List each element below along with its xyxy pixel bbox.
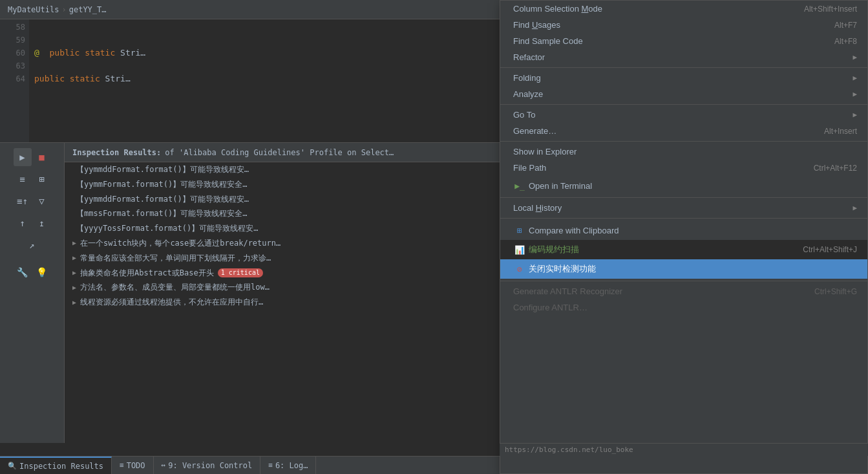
menu-separator-2: [500, 104, 867, 105]
menu-item-generate-antlr[interactable]: Generate ANTLR Recognizer Ctrl+Shift+G: [500, 283, 867, 299]
code-line-64: public static Stri…: [34, 72, 509, 85]
item-arrow: ▶: [72, 239, 76, 248]
menu-item-file-path[interactable]: File Path Ctrl+Alt+F12: [500, 160, 867, 176]
log-icon: ≡: [268, 461, 273, 469]
submenu-arrow-icon: ▶: [852, 111, 857, 119]
scan-icon: 📊: [513, 243, 526, 256]
inspection-item-5[interactable]: 【yyyyTossFormat.format()】可能导致线程安…: [65, 221, 514, 236]
menu-label: Analyze: [513, 89, 543, 99]
inspection-item-9[interactable]: ▶ 方法名、参数名、成员变量、局部变量都统一使用low…: [65, 280, 514, 295]
menu-shortcut: Ctrl+Alt+F12: [814, 164, 857, 173]
submenu-arrow-icon: ▶: [852, 53, 857, 61]
menu-label: Column Selection Mode: [513, 4, 602, 14]
inspection-header: Inspection Results: of 'Alibaba Coding G…: [65, 143, 514, 162]
item-text: 抽象类命名使用Abstract或Base开头: [80, 268, 214, 279]
code-lines[interactable]: @ public static Stri… public static Stri…: [29, 19, 514, 142]
inspection-item-10[interactable]: ▶ 线程资源必须通过线程池提供，不允许在应用中自行…: [65, 295, 514, 310]
menu-label: Find Sample Code: [513, 36, 583, 46]
tab-label: 9: Version Control: [168, 461, 252, 470]
menu-separator-4: [500, 197, 867, 198]
menu-shortcut: Alt+F8: [834, 37, 857, 46]
code-breadcrumb: MyDateUtils › getYY_T…: [0, 0, 514, 19]
line-numbers: 58 59 60 63 64: [0, 19, 29, 142]
submenu-arrow-icon: ▶: [852, 74, 857, 82]
collapse-all-button[interactable]: ≡: [14, 170, 32, 188]
inspection-item-2[interactable]: 【yymmFormat.format()】可能导致线程安全…: [65, 177, 514, 192]
menu-item-open-terminal[interactable]: ▶_ Open in Terminal: [500, 176, 867, 195]
item-arrow: ▶: [72, 253, 76, 263]
menu-shortcut: Alt+Shift+Insert: [804, 5, 857, 14]
menu-item-compare-clipboard[interactable]: ⊞ Compare with Clipboard: [500, 221, 867, 240]
inspection-item-8[interactable]: ▶ 抽象类命名使用Abstract或Base开头 1 critical: [65, 266, 514, 281]
inspection-item-1[interactable]: 【yymmddFormat.format()】可能导致线程安…: [65, 162, 514, 177]
url-bar: https://blog.csdn.net/luo_boke: [500, 443, 868, 456]
submenu-arrow-icon: ▶: [852, 90, 857, 98]
tab-label: 6: Log…: [275, 461, 308, 470]
menu-item-configure-antlr[interactable]: Configure ANTLR…: [500, 299, 867, 316]
code-line-59: [34, 34, 509, 47]
expand-button[interactable]: ⊞: [33, 170, 51, 188]
up-button[interactable]: ↑: [14, 214, 32, 232]
toolbar-row-6: 🔧 💡: [0, 263, 64, 281]
menu-item-find-sample[interactable]: Find Sample Code Alt+F8: [500, 33, 867, 49]
menu-item-local-history[interactable]: Local History ▶: [500, 200, 867, 216]
menu-item-show-explorer[interactable]: Show in Explorer: [500, 144, 867, 160]
item-text: 在一个switch块内，每个case要么通过break/return…: [80, 238, 281, 249]
menu-label: Compare with Clipboard: [529, 226, 619, 235]
menu-item-find-usages[interactable]: Find Usages Alt+F7: [500, 17, 867, 33]
compare-icon: ⊞: [513, 224, 526, 237]
prev-button[interactable]: ≡↑: [14, 192, 32, 210]
expand2-button[interactable]: ↗: [23, 236, 41, 254]
wrench-button[interactable]: 🔧: [14, 263, 32, 281]
bulb-button[interactable]: 💡: [33, 263, 51, 281]
item-text: 【yymmddFormat.format()】可能导致线程安…: [76, 194, 249, 205]
tab-log[interactable]: ≡ 6: Log…: [260, 457, 316, 474]
menu-item-generate[interactable]: Generate… Alt+Insert: [500, 123, 867, 139]
menu-label: File Path: [513, 163, 546, 173]
inspection-content[interactable]: 【yymmddFormat.format()】可能导致线程安… 【yymmFor…: [65, 162, 514, 443]
menu-item-folding[interactable]: Folding ▶: [500, 70, 867, 86]
url-text: https://blog.csdn.net/luo_boke: [505, 446, 633, 454]
item-text: 【yymmddFormat.format()】可能导致线程安…: [76, 164, 249, 175]
item-arrow: ▶: [72, 283, 76, 292]
filter-button[interactable]: ▽: [33, 192, 51, 210]
tab-todo[interactable]: ≡ TODO: [112, 457, 154, 474]
toolbar-row-4: ↑ ↥: [0, 214, 64, 232]
item-text: 【mmssFormat.format()】可能导致线程安全…: [76, 208, 248, 219]
menu-item-column-selection[interactable]: Column Selection Mode Alt+Shift+Insert: [500, 1, 867, 17]
menu-label: 关闭实时检测功能: [529, 263, 596, 275]
tab-inspection-results[interactable]: 🔍 Inspection Results: [0, 457, 112, 474]
menu-item-refactor[interactable]: Refactor ▶: [500, 49, 867, 65]
menu-item-goto[interactable]: Go To ▶: [500, 107, 867, 123]
tab-label: TODO: [127, 461, 145, 470]
menu-label: Generate…: [513, 126, 556, 136]
menu-shortcut: Alt+F7: [834, 21, 857, 30]
inspection-profile-text: of 'Alibaba Coding Guidelines' Profile o…: [165, 148, 394, 157]
critical-badge: 1 critical: [218, 268, 263, 277]
menu-item-close-detect[interactable]: ⊘ 关闭实时检测功能: [500, 259, 867, 279]
item-arrow: ▶: [72, 298, 76, 307]
menu-item-analyze[interactable]: Analyze ▶: [500, 86, 867, 102]
item-text: 【yyyyTossFormat.format()】可能导致线程安…: [76, 223, 258, 234]
item-text: 常量命名应该全部大写，单词间用下划线隔开，力求诊…: [80, 253, 271, 264]
run-button[interactable]: ▶: [14, 148, 32, 166]
code-line-58: [34, 21, 509, 34]
inspection-item-4[interactable]: 【mmssFormat.format()】可能导致线程安全…: [65, 206, 514, 221]
export-button[interactable]: ↥: [33, 214, 51, 232]
menu-label: Configure ANTLR…: [513, 303, 587, 312]
menu-separator-1: [500, 67, 867, 68]
inspection-item-6[interactable]: ▶ 在一个switch块内，每个case要么通过break/return…: [65, 236, 514, 251]
terminal-icon: ▶_: [513, 179, 526, 192]
inspection-item-3[interactable]: 【yymmddFormat.format()】可能导致线程安…: [65, 192, 514, 207]
stop-button[interactable]: ■: [33, 148, 51, 166]
inspection-item-7[interactable]: ▶ 常量命名应该全部大写，单词间用下划线隔开，力求诊…: [65, 251, 514, 266]
item-text: 方法名、参数名、成员变量、局部变量都统一使用low…: [80, 282, 270, 293]
menu-item-scan[interactable]: 📊 编码规约扫描 Ctrl+Alt+Shift+J: [500, 240, 867, 259]
menu-separator-5: [500, 218, 867, 219]
item-arrow: ▶: [72, 268, 76, 277]
menu-label: 编码规约扫描: [529, 244, 579, 255]
tab-version-control[interactable]: ↔ 9: Version Control: [154, 457, 261, 474]
item-text: 线程资源必须通过线程池提供，不允许在应用中自行…: [80, 297, 263, 308]
code-editor: MyDateUtils › getYY_T… 58 59 60 63 64 @ …: [0, 0, 514, 142]
inspection-results-label: Inspection Results:: [72, 148, 161, 157]
